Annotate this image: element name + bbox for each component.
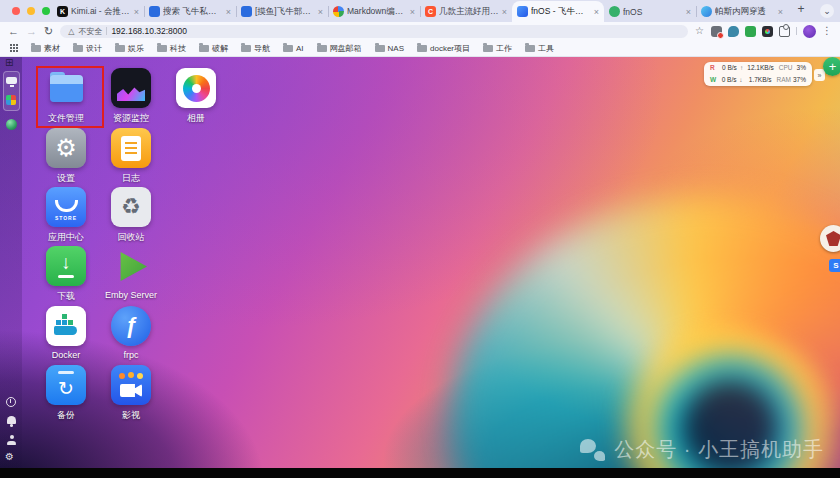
tab-close-icon[interactable]: × — [134, 7, 139, 17]
tab-close-icon[interactable]: × — [778, 7, 783, 17]
fnos-favicon — [517, 6, 528, 17]
system-stats-widget[interactable]: R 0 B/s ↑ 12.1KB/s CPU 3% W 0 B/s ↓ 1.7K… — [704, 62, 812, 86]
bookmark-label: 科技 — [170, 43, 186, 54]
settings-gear-icon[interactable]: ⚙ — [5, 451, 14, 462]
close-window-button[interactable] — [12, 7, 20, 15]
cpu-value: 3% — [794, 65, 806, 72]
tab-close-icon[interactable]: × — [318, 7, 323, 17]
bookmark-folder[interactable]: 破解 — [199, 43, 228, 54]
down-arrow-glyph: ↓ — [61, 253, 71, 272]
extensions-puzzle-icon[interactable] — [779, 26, 790, 37]
bookmark-folder[interactable]: docker项目 — [417, 43, 470, 54]
disk-write-value: 0 B/s — [718, 77, 736, 84]
launcher-menu-icon[interactable]: ⊞ — [5, 57, 13, 68]
globe-app-icon[interactable] — [6, 119, 17, 130]
bookmark-label: 娱乐 — [128, 43, 144, 54]
app-frpc[interactable]: ƒ frpc — [102, 306, 160, 360]
notification-bell-icon[interactable] — [7, 416, 16, 424]
bookmark-folder[interactable]: AI — [283, 44, 304, 53]
tab-fnos-active[interactable]: fnOS - 飞牛私有云fn × — [512, 1, 604, 22]
tab-fn-forum-search[interactable]: 搜索 飞牛私有云论坛 × — [144, 1, 236, 22]
bookmark-folder[interactable]: 设计 — [73, 43, 102, 54]
ram-label: RAM — [777, 77, 791, 84]
tab-title: 帕斯内网穿透 — [715, 6, 775, 18]
bookmark-folder[interactable]: 素材 — [31, 43, 60, 54]
app-recycle-bin[interactable]: ♻ 回收站 — [102, 187, 160, 244]
bookmark-folder[interactable]: 导航 — [241, 43, 270, 54]
tab-frpc-deploy[interactable]: [摸鱼]飞牛部署FRPC × — [236, 1, 328, 22]
app-media[interactable]: 影视 — [102, 365, 160, 422]
folder-icon — [417, 45, 427, 52]
url-text[interactable]: 192.168.10.32:8000 — [111, 26, 187, 36]
tab-title: fnOS - 飞牛私有云fn — [531, 6, 591, 18]
bookmark-label: 工作 — [496, 43, 512, 54]
disk-read-icon: R — [710, 65, 715, 72]
back-button[interactable]: ← — [8, 26, 19, 37]
sync-glyph: ↻ — [58, 379, 74, 398]
apps-grid-icon[interactable] — [10, 44, 18, 52]
app-settings[interactable]: ⚙ 设置 — [37, 128, 95, 185]
app-resource-monitor[interactable]: 资源监控 — [102, 68, 160, 125]
bookmark-folder[interactable]: 工具 — [525, 43, 554, 54]
app-backup[interactable]: ↻ 备份 — [37, 365, 95, 422]
extension-icon-dark[interactable] — [762, 26, 773, 37]
tab-fnos[interactable]: fnOS × — [604, 1, 696, 22]
bookmark-folder[interactable]: 网盘邮箱 — [317, 43, 362, 54]
bookmark-star-icon[interactable]: ☆ — [695, 26, 704, 36]
download-arrow-icon: ↓ — [46, 246, 86, 286]
tab-csdn-article[interactable]: C 几款主流好用的 Mark × — [420, 1, 512, 22]
app-app-center[interactable]: STORE 应用中心 — [37, 187, 95, 244]
forum-favicon — [149, 6, 160, 17]
markdown-favicon — [333, 6, 344, 17]
tab-list: K Kimi.ai - 会推理解析 × 搜索 飞牛私有云论坛 × [摸鱼]飞牛部… — [52, 1, 809, 22]
security-label[interactable]: 不安全 — [78, 26, 102, 37]
tab-search-chevron-icon[interactable]: ⌄ — [820, 4, 834, 18]
user-icon[interactable] — [7, 435, 16, 445]
floating-extension-button[interactable] — [820, 225, 840, 252]
tab-close-icon[interactable]: × — [594, 7, 599, 17]
fullscreen-window-button[interactable] — [42, 7, 50, 15]
app-docker[interactable]: Docker — [37, 306, 95, 360]
tab-close-icon[interactable]: × — [502, 7, 507, 17]
desktop-monitor-icon[interactable] — [6, 77, 17, 84]
tab-close-icon[interactable]: × — [226, 7, 231, 17]
app-downloads[interactable]: ↓ 下载 — [37, 246, 95, 303]
floating-s-badge[interactable]: S — [829, 259, 840, 272]
bookmark-folder[interactable]: 工作 — [483, 43, 512, 54]
extension-icon-green[interactable] — [745, 26, 756, 37]
minimize-window-button[interactable] — [27, 7, 35, 15]
tab-title: Kimi.ai - 会推理解析 — [71, 6, 131, 18]
folder-icon — [115, 45, 125, 52]
tab-kimi[interactable]: K Kimi.ai - 会推理解析 × — [52, 1, 144, 22]
extension-icon-badged[interactable] — [711, 26, 722, 37]
fnos-green-favicon — [609, 6, 620, 17]
clock-icon[interactable] — [6, 397, 16, 407]
tab-close-icon[interactable]: × — [686, 7, 691, 17]
bookmark-folder[interactable]: 科技 — [157, 43, 186, 54]
app-photos[interactable]: 相册 — [167, 68, 225, 125]
forward-button[interactable]: → — [26, 26, 37, 37]
fnos-desktop: ⊞ ⚙ R 0 B/s ↑ 12.1KB/s CPU 3% W 0 B/s — [0, 57, 840, 468]
bookmark-folder[interactable]: 娱乐 — [115, 43, 144, 54]
app-emby-server[interactable]: Emby Server — [102, 246, 160, 300]
menu-kebab-icon[interactable]: ⋮ — [822, 26, 832, 36]
bookmarks-bar: 素材 设计 娱乐 科技 破解 导航 AI 网盘邮箱 NAS docker项目 工… — [0, 40, 840, 57]
tab-markdown-editor[interactable]: Markdown编辑器 - × — [328, 1, 420, 22]
add-widget-button[interactable]: + — [823, 57, 840, 76]
address-bar[interactable]: △ 不安全 192.168.10.32:8000 — [60, 25, 688, 38]
extension-icon-teal[interactable] — [728, 26, 739, 37]
tab-nat-tunnel[interactable]: 帕斯内网穿透 × — [696, 1, 788, 22]
app-label: 下载 — [37, 290, 95, 303]
new-tab-button[interactable]: + — [793, 1, 809, 17]
app-store-bag-icon: STORE — [46, 187, 86, 227]
app-logs[interactable]: 日志 — [102, 128, 160, 185]
tab-close-icon[interactable]: × — [410, 7, 415, 17]
download-value: 1.7KB/s — [746, 77, 772, 84]
bookmark-folder[interactable]: NAS — [375, 44, 404, 53]
recycle-glyph: ♻ — [121, 196, 141, 218]
app-launcher-icon[interactable] — [6, 95, 16, 105]
bookmark-label: 工具 — [538, 43, 554, 54]
settings-gear-app-icon: ⚙ — [46, 128, 86, 168]
profile-avatar[interactable] — [803, 25, 816, 38]
reload-button[interactable]: ↻ — [44, 26, 53, 37]
